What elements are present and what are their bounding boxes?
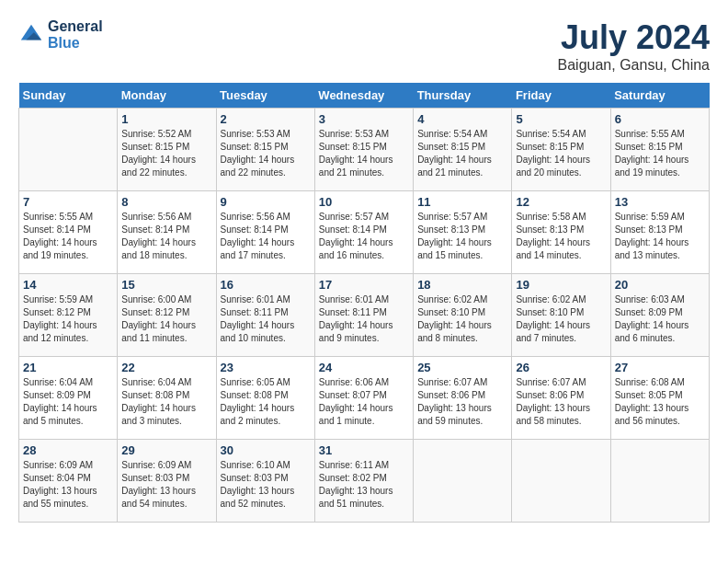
day-info: Sunrise: 6:10 AM Sunset: 8:03 PM Dayligh… bbox=[221, 459, 311, 511]
calendar-cell bbox=[414, 440, 512, 523]
day-number: 25 bbox=[417, 361, 507, 374]
logo-line2: Blue bbox=[48, 35, 103, 52]
day-number: 17 bbox=[319, 278, 409, 292]
calendar-cell: 22Sunrise: 6:04 AM Sunset: 8:08 PM Dayli… bbox=[118, 357, 216, 440]
page-header: General Blue July 2024 Baiguan, Gansu, C… bbox=[18, 18, 710, 74]
day-info: Sunrise: 5:57 AM Sunset: 8:14 PM Dayligh… bbox=[319, 211, 409, 262]
calendar-table: SundayMondayTuesdayWednesdayThursdayFrid… bbox=[18, 83, 710, 523]
day-number: 22 bbox=[121, 361, 211, 374]
calendar-cell bbox=[19, 109, 118, 191]
calendar-week-1: 1Sunrise: 5:52 AM Sunset: 8:15 PM Daylig… bbox=[19, 109, 710, 191]
calendar-cell: 20Sunrise: 6:03 AM Sunset: 8:09 PM Dayli… bbox=[610, 274, 709, 357]
day-number: 30 bbox=[221, 443, 311, 457]
day-header-friday: Friday bbox=[512, 83, 610, 109]
day-number: 2 bbox=[221, 112, 311, 126]
day-number: 23 bbox=[221, 361, 311, 374]
day-header-wednesday: Wednesday bbox=[314, 83, 413, 109]
day-header-saturday: Saturday bbox=[610, 83, 709, 109]
calendar-week-3: 14Sunrise: 5:59 AM Sunset: 8:12 PM Dayli… bbox=[19, 274, 710, 357]
day-header-thursday: Thursday bbox=[414, 83, 512, 109]
day-number: 7 bbox=[23, 195, 113, 209]
day-info: Sunrise: 5:54 AM Sunset: 8:15 PM Dayligh… bbox=[516, 128, 606, 179]
calendar-header-row: SundayMondayTuesdayWednesdayThursdayFrid… bbox=[19, 83, 710, 109]
calendar-cell: 21Sunrise: 6:04 AM Sunset: 8:09 PM Dayli… bbox=[19, 357, 118, 440]
location-subtitle: Baiguan, Gansu, China bbox=[558, 57, 710, 74]
day-header-sunday: Sunday bbox=[19, 83, 118, 109]
day-info: Sunrise: 6:02 AM Sunset: 8:10 PM Dayligh… bbox=[516, 293, 606, 345]
calendar-cell: 19Sunrise: 6:02 AM Sunset: 8:10 PM Dayli… bbox=[512, 274, 610, 357]
day-info: Sunrise: 6:01 AM Sunset: 8:11 PM Dayligh… bbox=[221, 293, 311, 345]
day-info: Sunrise: 6:11 AM Sunset: 8:02 PM Dayligh… bbox=[319, 459, 409, 511]
calendar-body: 1Sunrise: 5:52 AM Sunset: 8:15 PM Daylig… bbox=[19, 109, 710, 523]
day-number: 13 bbox=[615, 195, 705, 209]
calendar-cell: 29Sunrise: 6:09 AM Sunset: 8:03 PM Dayli… bbox=[118, 440, 216, 523]
calendar-cell: 24Sunrise: 6:06 AM Sunset: 8:07 PM Dayli… bbox=[314, 357, 413, 440]
day-number: 3 bbox=[319, 112, 409, 126]
day-info: Sunrise: 6:08 AM Sunset: 8:05 PM Dayligh… bbox=[615, 376, 705, 428]
calendar-cell: 16Sunrise: 6:01 AM Sunset: 8:11 PM Dayli… bbox=[216, 274, 314, 357]
day-info: Sunrise: 5:58 AM Sunset: 8:13 PM Dayligh… bbox=[516, 211, 606, 262]
day-number: 16 bbox=[221, 278, 311, 292]
day-info: Sunrise: 5:55 AM Sunset: 8:15 PM Dayligh… bbox=[615, 128, 705, 179]
day-info: Sunrise: 6:03 AM Sunset: 8:09 PM Dayligh… bbox=[615, 293, 705, 345]
calendar-week-5: 28Sunrise: 6:09 AM Sunset: 8:04 PM Dayli… bbox=[19, 440, 710, 523]
day-number: 6 bbox=[615, 112, 705, 126]
day-info: Sunrise: 5:57 AM Sunset: 8:13 PM Dayligh… bbox=[417, 211, 507, 262]
day-number: 20 bbox=[615, 278, 705, 292]
day-info: Sunrise: 6:01 AM Sunset: 8:11 PM Dayligh… bbox=[319, 293, 409, 345]
day-info: Sunrise: 5:53 AM Sunset: 8:15 PM Dayligh… bbox=[319, 128, 409, 179]
day-number: 31 bbox=[319, 443, 409, 457]
calendar-cell: 1Sunrise: 5:52 AM Sunset: 8:15 PM Daylig… bbox=[118, 109, 216, 191]
calendar-week-4: 21Sunrise: 6:04 AM Sunset: 8:09 PM Dayli… bbox=[19, 357, 710, 440]
calendar-cell: 10Sunrise: 5:57 AM Sunset: 8:14 PM Dayli… bbox=[314, 191, 413, 274]
calendar-cell: 3Sunrise: 5:53 AM Sunset: 8:15 PM Daylig… bbox=[314, 109, 413, 191]
calendar-cell bbox=[512, 440, 610, 523]
day-number: 18 bbox=[417, 278, 507, 292]
day-number: 15 bbox=[121, 278, 211, 292]
day-number: 9 bbox=[221, 195, 311, 209]
day-info: Sunrise: 6:09 AM Sunset: 8:04 PM Dayligh… bbox=[23, 459, 113, 511]
day-info: Sunrise: 6:04 AM Sunset: 8:09 PM Dayligh… bbox=[23, 376, 113, 428]
day-number: 24 bbox=[319, 361, 409, 374]
day-number: 10 bbox=[319, 195, 409, 209]
day-number: 14 bbox=[23, 278, 113, 292]
day-info: Sunrise: 5:54 AM Sunset: 8:15 PM Dayligh… bbox=[417, 128, 507, 179]
day-header-tuesday: Tuesday bbox=[216, 83, 314, 109]
calendar-cell: 4Sunrise: 5:54 AM Sunset: 8:15 PM Daylig… bbox=[414, 109, 512, 191]
calendar-cell: 30Sunrise: 6:10 AM Sunset: 8:03 PM Dayli… bbox=[216, 440, 314, 523]
calendar-cell: 6Sunrise: 5:55 AM Sunset: 8:15 PM Daylig… bbox=[610, 109, 709, 191]
day-info: Sunrise: 6:04 AM Sunset: 8:08 PM Dayligh… bbox=[121, 376, 211, 428]
calendar-cell: 12Sunrise: 5:58 AM Sunset: 8:13 PM Dayli… bbox=[512, 191, 610, 274]
day-info: Sunrise: 6:07 AM Sunset: 8:06 PM Dayligh… bbox=[417, 376, 507, 428]
calendar-cell: 27Sunrise: 6:08 AM Sunset: 8:05 PM Dayli… bbox=[610, 357, 709, 440]
calendar-cell: 2Sunrise: 5:53 AM Sunset: 8:15 PM Daylig… bbox=[216, 109, 314, 191]
day-info: Sunrise: 6:09 AM Sunset: 8:03 PM Dayligh… bbox=[121, 459, 211, 511]
title-block: July 2024 Baiguan, Gansu, China bbox=[558, 18, 710, 74]
month-title: July 2024 bbox=[558, 18, 710, 57]
day-number: 4 bbox=[417, 112, 507, 126]
calendar-cell bbox=[610, 440, 709, 523]
calendar-cell: 17Sunrise: 6:01 AM Sunset: 8:11 PM Dayli… bbox=[314, 274, 413, 357]
day-info: Sunrise: 5:59 AM Sunset: 8:12 PM Dayligh… bbox=[23, 293, 113, 345]
calendar-cell: 23Sunrise: 6:05 AM Sunset: 8:08 PM Dayli… bbox=[216, 357, 314, 440]
day-number: 26 bbox=[516, 361, 606, 374]
calendar-week-2: 7Sunrise: 5:55 AM Sunset: 8:14 PM Daylig… bbox=[19, 191, 710, 274]
day-info: Sunrise: 6:05 AM Sunset: 8:08 PM Dayligh… bbox=[221, 376, 311, 428]
calendar-cell: 26Sunrise: 6:07 AM Sunset: 8:06 PM Dayli… bbox=[512, 357, 610, 440]
day-info: Sunrise: 5:56 AM Sunset: 8:14 PM Dayligh… bbox=[221, 211, 311, 262]
day-info: Sunrise: 5:59 AM Sunset: 8:13 PM Dayligh… bbox=[615, 211, 705, 262]
day-info: Sunrise: 6:07 AM Sunset: 8:06 PM Dayligh… bbox=[516, 376, 606, 428]
day-number: 21 bbox=[23, 361, 113, 374]
calendar-cell: 11Sunrise: 5:57 AM Sunset: 8:13 PM Dayli… bbox=[414, 191, 512, 274]
day-number: 11 bbox=[417, 195, 507, 209]
calendar-cell: 18Sunrise: 6:02 AM Sunset: 8:10 PM Dayli… bbox=[414, 274, 512, 357]
day-info: Sunrise: 5:53 AM Sunset: 8:15 PM Dayligh… bbox=[221, 128, 311, 179]
calendar-cell: 9Sunrise: 5:56 AM Sunset: 8:14 PM Daylig… bbox=[216, 191, 314, 274]
calendar-cell: 5Sunrise: 5:54 AM Sunset: 8:15 PM Daylig… bbox=[512, 109, 610, 191]
day-number: 12 bbox=[516, 195, 606, 209]
calendar-cell: 14Sunrise: 5:59 AM Sunset: 8:12 PM Dayli… bbox=[19, 274, 118, 357]
logo-icon bbox=[18, 22, 44, 48]
day-info: Sunrise: 6:06 AM Sunset: 8:07 PM Dayligh… bbox=[319, 376, 409, 428]
day-number: 27 bbox=[615, 361, 705, 374]
day-info: Sunrise: 5:55 AM Sunset: 8:14 PM Dayligh… bbox=[23, 211, 113, 262]
